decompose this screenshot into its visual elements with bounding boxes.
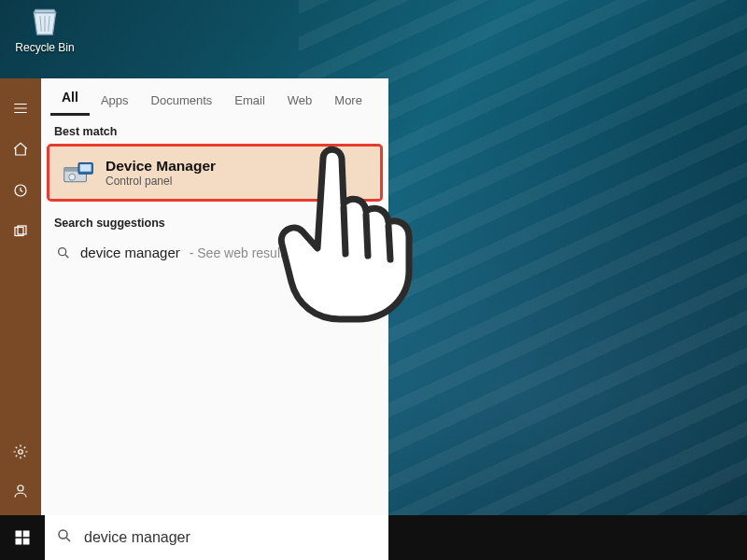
recycle-bin-label: Recycle Bin — [11, 41, 78, 54]
settings-icon[interactable] — [0, 441, 41, 463]
search-suggestion[interactable]: device manager - See web results — [41, 233, 388, 272]
svg-rect-11 — [16, 531, 22, 538]
tab-email[interactable]: Email — [223, 88, 276, 116]
start-search-panel: All Apps Documents Email Web More Best m… — [41, 78, 388, 515]
home-icon[interactable] — [0, 138, 41, 161]
recycle-bin-icon — [23, 2, 66, 39]
user-icon[interactable] — [0, 480, 41, 502]
start-button[interactable] — [0, 515, 45, 560]
taskbar-search[interactable] — [45, 515, 388, 560]
tab-apps[interactable]: Apps — [90, 88, 140, 116]
svg-rect-8 — [80, 165, 92, 173]
best-match-label: Best match — [41, 116, 388, 142]
tab-web[interactable]: Web — [276, 88, 324, 116]
best-match-text: Device Manager Control panel — [106, 158, 216, 188]
svg-point-3 — [19, 450, 23, 455]
collections-icon[interactable] — [0, 220, 41, 243]
clock-icon[interactable] — [0, 179, 41, 202]
hamburger-menu-icon[interactable] — [0, 97, 41, 119]
search-input[interactable] — [84, 529, 377, 546]
device-manager-icon — [63, 159, 94, 187]
suggestion-tail: - See web results — [190, 245, 290, 260]
search-icon — [56, 527, 73, 548]
best-match-subtitle: Control panel — [106, 175, 216, 188]
best-match-result[interactable]: Device Manager Control panel — [49, 147, 380, 199]
search-icon — [56, 245, 71, 260]
recycle-bin[interactable]: Recycle Bin — [11, 2, 78, 54]
search-tabs: All Apps Documents Email Web More — [41, 78, 388, 116]
svg-point-9 — [69, 175, 76, 181]
suggestion-text: device manager — [80, 245, 180, 260]
svg-point-10 — [59, 247, 66, 255]
svg-rect-13 — [16, 539, 22, 545]
best-match-highlight: Device Manager Control panel — [47, 144, 383, 202]
tab-documents[interactable]: Documents — [140, 88, 224, 116]
svg-point-4 — [18, 485, 23, 491]
search-suggestions-label: Search suggestions — [41, 207, 388, 233]
tab-more[interactable]: More — [323, 88, 374, 116]
desktop: Recycle Bin — [0, 0, 747, 560]
tab-all[interactable]: All — [50, 84, 90, 116]
taskbar — [0, 515, 747, 560]
best-match-title: Device Manager — [106, 158, 216, 175]
svg-point-15 — [59, 530, 67, 539]
start-side-rail — [0, 78, 41, 515]
svg-rect-12 — [23, 531, 30, 538]
svg-rect-14 — [23, 539, 30, 545]
